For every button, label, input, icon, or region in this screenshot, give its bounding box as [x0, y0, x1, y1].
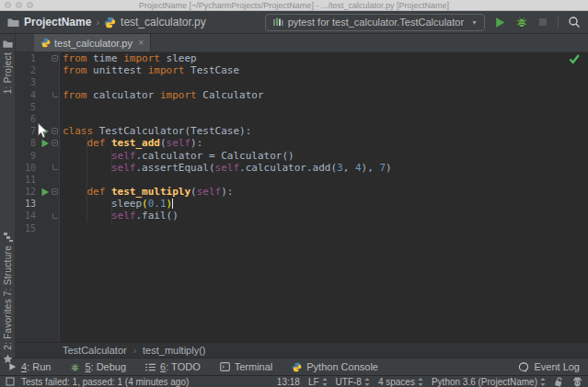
code-line[interactable]: 11 — [16, 174, 588, 186]
code-text: def test_add(self): — [63, 137, 588, 149]
code-text: from time import sleep — [63, 52, 588, 64]
fold-marker-icon[interactable] — [52, 52, 59, 64]
python-file-icon — [104, 17, 116, 28]
structure-icon — [4, 233, 13, 242]
hector-inspector-icon[interactable] — [572, 377, 582, 387]
line-number: 8 — [16, 137, 36, 149]
chevron-down-icon: ▼ — [471, 19, 478, 26]
minimize-window-button[interactable] — [16, 2, 22, 8]
updown-icon — [540, 378, 546, 386]
breadcrumb-item[interactable]: test_multiply() — [143, 345, 205, 356]
close-tab-icon[interactable]: × — [138, 38, 144, 48]
toolwindow-button-debug[interactable]: 5: Debug — [70, 361, 126, 372]
code-line[interactable]: 6 — [16, 113, 588, 125]
toolwindow-button-label: 6: TODO — [160, 361, 201, 372]
unlock-icon[interactable] — [554, 377, 564, 387]
code-line[interactable]: 3 — [16, 76, 588, 88]
fold-marker-icon[interactable] — [52, 125, 59, 137]
stop-button — [537, 17, 548, 28]
debug-button[interactable] — [515, 16, 528, 28]
run-button[interactable] — [494, 17, 506, 28]
breadcrumb-project[interactable]: ProjectName — [24, 16, 91, 28]
code-line[interactable]: 1from time import sleep — [16, 52, 588, 64]
run-test-gutter-icon[interactable] — [40, 139, 50, 148]
python-file-icon — [40, 38, 51, 48]
status-bar: Tests failed: 1, passed: 1 (4 minutes ag… — [0, 375, 588, 387]
navigation-bar: ProjectName › test_calculator.py pytest … — [0, 11, 588, 34]
code-line[interactable]: 2from unittest import TestCase — [16, 64, 588, 76]
code-line[interactable]: 15 — [16, 222, 588, 234]
breadcrumb-separator-icon: › — [133, 346, 136, 356]
status-item-python-3-6-projectname-[interactable]: Python 3.6 (ProjectName) — [432, 377, 546, 387]
line-number: 9 — [16, 150, 36, 162]
indent-guide — [86, 137, 87, 222]
fold-marker-icon[interactable] — [52, 210, 59, 222]
line-number: 12 — [16, 186, 36, 198]
stripe-button-favorites[interactable]: 2: Favorites — [0, 299, 16, 364]
code-line[interactable]: 9 self.calculator = Calculator() — [16, 150, 588, 162]
run-configuration-select[interactable]: pytest for test_calculator.TestCalculato… — [265, 14, 485, 31]
code-line[interactable]: 8 def test_add(self): — [16, 137, 588, 149]
code-text: from unittest import TestCase — [63, 64, 588, 76]
code-line[interactable]: 14 self.fail() — [16, 210, 588, 222]
code-line[interactable]: 13 sleep(0.1) — [16, 198, 588, 210]
close-window-button[interactable] — [5, 2, 11, 8]
status-item-label: LF — [308, 377, 319, 387]
toolwindow-button-label: 4: Run — [21, 361, 51, 372]
updown-icon — [418, 378, 423, 386]
status-message[interactable]: Tests failed: 1, passed: 1 (4 minutes ag… — [21, 377, 189, 387]
toolwindow-button-python-console[interactable]: Python Console — [292, 361, 378, 372]
code-editor[interactable]: 1from time import sleep2from unittest im… — [16, 52, 588, 342]
toolwindow-toggle-icon[interactable] — [6, 377, 15, 386]
toolwindow-button-todo[interactable]: 6: TODO — [145, 361, 201, 372]
indent-guide — [111, 199, 112, 222]
fold-marker-icon[interactable] — [52, 89, 59, 101]
code-text: def test_multiply(self): — [63, 186, 588, 198]
line-number: 4 — [16, 89, 36, 101]
status-item-4-spaces[interactable]: 4 spaces — [378, 377, 423, 387]
stripe-label: 2: Favorites — [3, 299, 13, 350]
event-log-icon — [518, 362, 529, 372]
indent-guide — [111, 150, 112, 174]
line-number: 15 — [16, 222, 36, 234]
toolwindow-button-terminal[interactable]: Terminal — [220, 361, 273, 372]
breadcrumb-item[interactable]: TestCalculator — [63, 345, 127, 356]
line-number: 13 — [16, 198, 36, 210]
line-number: 6 — [16, 113, 36, 125]
run-configuration-label: pytest for test_calculator.TestCalculato… — [288, 17, 464, 28]
line-number: 1 — [16, 52, 36, 64]
code-text: self.assertEqual(self.calculator.add(3, … — [63, 162, 588, 174]
search-everywhere-icon[interactable] — [568, 16, 581, 28]
run-test-gutter-icon[interactable] — [40, 188, 50, 197]
pytest-icon — [272, 17, 283, 28]
code-text: self.calculator = Calculator() — [63, 150, 588, 162]
status-item-label: 4 spaces — [378, 377, 415, 387]
toolwindow-button-label: Python Console — [306, 361, 378, 372]
tab-test-calculator[interactable]: test_calculator.py × — [34, 34, 151, 51]
window-controls[interactable] — [5, 2, 33, 8]
fold-marker-icon[interactable] — [52, 162, 59, 174]
code-line[interactable]: 10 self.assertEqual(self.calculator.add(… — [16, 162, 588, 174]
code-line[interactable]: 4from calculator import Calculator — [16, 89, 588, 101]
inspection-ok-check-icon[interactable] — [569, 54, 580, 64]
code-line[interactable]: 12 def test_multiply(self): — [16, 186, 588, 198]
fold-marker-icon[interactable] — [52, 137, 59, 149]
status-item-utf-8[interactable]: UTF-8 — [336, 377, 370, 387]
toolwindow-button-event-log[interactable]: Event Log — [518, 361, 580, 372]
breadcrumb-separator-icon: › — [96, 17, 99, 28]
stripe-button-structure[interactable]: 7: Structure — [0, 233, 16, 296]
star-icon — [3, 354, 13, 364]
maximize-window-button[interactable] — [27, 2, 33, 8]
editor-tab-bar: test_calculator.py × — [16, 34, 588, 52]
code-line[interactable]: 7class TestCalculator(TestCase): — [16, 125, 588, 137]
code-line[interactable]: 5 — [16, 101, 588, 113]
status-item-lf[interactable]: LF — [308, 377, 328, 387]
status-item-13-18[interactable]: 13:18 — [277, 377, 300, 387]
fold-marker-icon[interactable] — [52, 186, 59, 198]
breadcrumb-file[interactable]: test_calculator.py — [121, 16, 206, 28]
code-text: class TestCalculator(TestCase): — [63, 125, 588, 137]
stripe-label: 7: Structure — [3, 245, 13, 296]
stripe-button-project[interactable]: 1: Project — [0, 40, 16, 94]
editor-code: 1from time import sleep2from unittest im… — [16, 52, 588, 342]
line-number: 3 — [16, 76, 36, 88]
